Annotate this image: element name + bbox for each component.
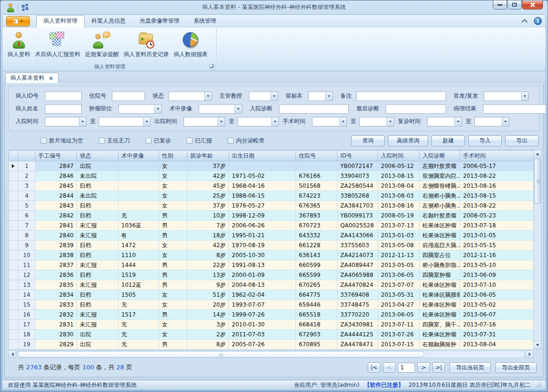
collapse-ribbon-icon[interactable]: [522, 19, 527, 23]
advanced-query-button[interactable]: 高级查询: [388, 135, 428, 146]
filter-combo-followup-date-from[interactable]: [427, 117, 462, 126]
checkbox-reported[interactable]: 已汇报: [186, 137, 212, 145]
filter-input-patient-name[interactable]: [45, 104, 82, 114]
pager-next-button[interactable]: >: [417, 362, 430, 373]
table-row[interactable]: 142834归档1505女51岁1962-02-0466477533769408…: [9, 290, 534, 300]
resize-grip-icon[interactable]: [535, 382, 541, 388]
pager-first-button[interactable]: |<: [368, 362, 380, 373]
scroll-up-icon[interactable]: [534, 150, 541, 158]
checkbox-box-icon[interactable]: [99, 138, 105, 144]
tab-staff-info[interactable]: 科室人员信息: [84, 15, 133, 27]
combo-arrow-icon[interactable]: [502, 117, 509, 126]
filter-combo-tumor-site[interactable]: [118, 104, 162, 114]
table-row[interactable]: 122836归档1519男13岁2000-01-09665599ZA406598…: [9, 270, 534, 280]
tab-close-icon[interactable]: ×: [49, 75, 53, 81]
export-button[interactable]: 导出: [505, 135, 539, 146]
checkbox-chief-surgeon[interactable]: 主任主刀: [99, 137, 130, 145]
column-header-birth-date[interactable]: 出生日期: [229, 150, 296, 161]
filter-input-admission-no[interactable]: [112, 92, 145, 101]
pager-page-input[interactable]: [398, 363, 415, 373]
history-record-button[interactable]: 病人资料历史记录: [121, 29, 171, 60]
vertical-scrollbar[interactable]: [533, 150, 541, 349]
column-header-status[interactable]: 状态: [77, 150, 118, 161]
checkbox-endocrine-exam[interactable]: 内分泌检查: [228, 137, 264, 145]
table-row[interactable]: 62842归档无男10岁1998-12-09367893YB0099173200…: [9, 211, 534, 221]
checkbox-box-icon[interactable]: [41, 138, 47, 144]
column-header-gender[interactable]: 性别: [159, 150, 187, 161]
filter-combo-surgery-date-to[interactable]: [359, 117, 394, 126]
checkbox-film-address-empty[interactable]: 胶片地址为空: [41, 137, 83, 145]
filter-combo-status[interactable]: [169, 92, 212, 101]
tab-disc-tape-management[interactable]: 光盘录像带管理: [133, 15, 186, 27]
close-button[interactable]: [522, 0, 543, 9]
table-row[interactable]: 32845归档女45岁1968-04-16501568ZA25805442013…: [9, 181, 534, 191]
pager-prev-button[interactable]: <: [383, 362, 396, 373]
dialog-launcher-icon[interactable]: [210, 64, 215, 69]
column-header-id-no[interactable]: ID号: [337, 150, 378, 161]
column-header-intraop-video[interactable]: 术中录像: [118, 150, 159, 161]
horizontal-scroll-track[interactable]: [17, 350, 525, 358]
combo-arrow-icon[interactable]: [455, 117, 462, 126]
column-header-visit-age[interactable]: 就诊年龄: [187, 150, 229, 161]
checkbox-box-icon[interactable]: [145, 138, 152, 144]
combo-arrow-icon[interactable]: [204, 92, 211, 100]
filter-input-patient-id[interactable]: [45, 92, 82, 101]
tab-system-management[interactable]: 系统管理: [186, 15, 223, 27]
combo-arrow-icon[interactable]: [79, 117, 86, 126]
export-all-pages-button[interactable]: 导出全部页: [495, 362, 537, 373]
minimize-button[interactable]: [493, 0, 507, 9]
filter-combo-specimen[interactable]: [308, 92, 333, 101]
table-row[interactable]: 52843归档女37岁1976-05-27676365ZA38417032013…: [9, 201, 534, 211]
filter-combo-first-or-relapse[interactable]: [484, 92, 529, 101]
combo-arrow-icon[interactable]: [154, 105, 161, 113]
column-header-manual-no[interactable]: 手工编号: [35, 150, 77, 161]
combo-arrow-icon[interactable]: [339, 117, 346, 126]
horizontal-scrollbar[interactable]: [8, 350, 533, 358]
postop-report-button[interactable]: 术后病人汇报资料: [33, 29, 83, 60]
filter-combo-intraop-video[interactable]: [199, 104, 242, 114]
scroll-down-icon[interactable]: [534, 341, 541, 349]
status-registered-link[interactable]: 【软件已注册】: [364, 381, 404, 389]
filter-combo-discharge-date-from[interactable]: [184, 117, 225, 126]
table-row[interactable]: 152833归档无女20岁1993-07-0765944633748475201…: [9, 300, 534, 310]
tab-patient-management[interactable]: 病人资料管理: [36, 15, 84, 27]
combo-arrow-icon[interactable]: [521, 92, 528, 100]
info-icon[interactable]: i: [534, 17, 542, 25]
quick-access-icon[interactable]: [21, 4, 29, 11]
followup-reminder-button[interactable]: 近期复诊提醒: [83, 29, 121, 60]
filter-combo-surgery-date-from[interactable]: [312, 117, 347, 126]
vertical-scroll-thumb[interactable]: [534, 158, 540, 204]
combo-arrow-icon[interactable]: [325, 92, 332, 100]
table-row[interactable]: 112837未汇报1444男22岁1991-08-13660599ZA40894…: [9, 260, 534, 270]
horizontal-scroll-thumb[interactable]: [17, 351, 424, 358]
table-row[interactable]: 92839归档1472女42岁1970-08-19661228337556032…: [9, 241, 534, 250]
data-report-button[interactable]: 病人数据报表: [171, 29, 210, 60]
query-button[interactable]: 查询: [351, 135, 385, 146]
checkbox-box-icon[interactable]: [186, 138, 193, 144]
table-row[interactable]: 182830出院无女2岁2011-07-03672903ZA4444125201…: [9, 330, 534, 340]
table-row[interactable]: 132835未汇报1012蓝男9岁2004-08-13670265ZA44708…: [9, 280, 534, 290]
export-current-page-button[interactable]: 导出当前页: [449, 362, 491, 373]
table-row[interactable]: 102838归档1110女8岁2005-10-30636143ZA4214073…: [9, 250, 534, 260]
maximize-button[interactable]: [507, 0, 522, 9]
filter-input-final-diagnosis[interactable]: [386, 104, 446, 114]
table-row[interactable]: 172831未汇报无女3岁2010-01-30668418ZA343098120…: [9, 320, 534, 330]
filter-combo-followup-date-to[interactable]: [474, 117, 509, 126]
app-logo-icon[interactable]: [6, 3, 15, 12]
checkbox-followed-up[interactable]: 已复诊: [145, 137, 171, 145]
column-header-surgery-date[interactable]: 手术时间: [460, 150, 534, 161]
filter-input-remark[interactable]: [356, 92, 446, 101]
new-button[interactable]: 新建: [431, 135, 465, 146]
table-row[interactable]: 42844未出院女25岁1988-06-15674223338052682013…: [9, 191, 534, 201]
filter-input-admission-diagnosis[interactable]: [279, 104, 349, 114]
combo-arrow-icon[interactable]: [270, 92, 278, 100]
table-row[interactable]: 82840未汇报有男18岁1995-01-21643332ZA414306620…: [9, 231, 534, 241]
table-row[interactable]: 12847出院女37岁YB00721472006-05-12左额叶胶质瘤2006…: [9, 161, 534, 171]
app-menu-button[interactable]: [6, 16, 30, 26]
filter-combo-chief-professor[interactable]: [249, 92, 278, 101]
filter-combo-admission-date-from[interactable]: [45, 117, 86, 126]
scroll-left-icon[interactable]: [8, 350, 16, 358]
column-header-admission-date[interactable]: 入院时间: [378, 150, 420, 161]
pager-last-button[interactable]: >|: [432, 362, 445, 373]
column-header-admission-no[interactable]: 住院号: [296, 150, 337, 161]
